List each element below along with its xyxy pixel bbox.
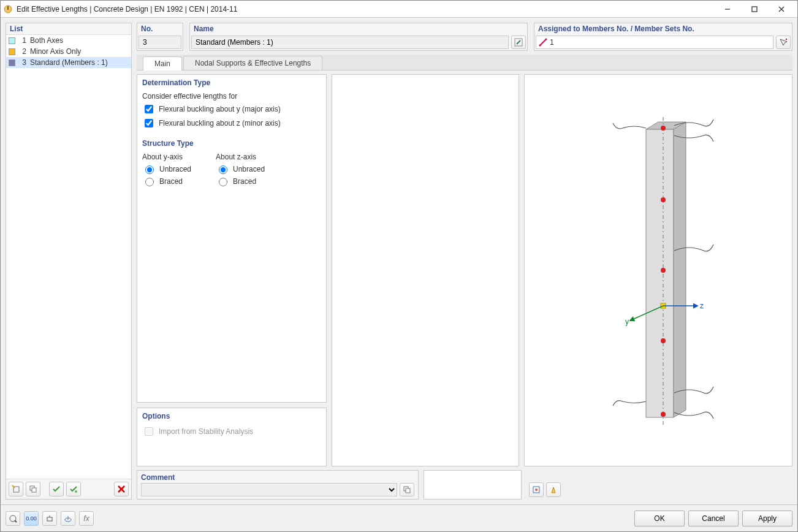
minimize-button[interactable] [714, 1, 741, 17]
color-swatch [9, 59, 15, 66]
comment-heading: Comment [141, 473, 414, 482]
tab-nodal-supports[interactable]: Nodal Supports & Effective Lengths [183, 56, 322, 70]
svg-point-16 [545, 39, 547, 40]
pick-members-button[interactable] [776, 36, 791, 49]
svg-line-36 [15, 520, 17, 522]
checkbox-import-stability[interactable]: Import from Stability Analysis [142, 425, 321, 438]
checkbox-buckling-z[interactable]: Flexural buckling about z (minor axis) [142, 117, 321, 129]
tab-bar: Main Nodal Supports & Effective Lengths [137, 55, 792, 70]
list-num: 1 [19, 36, 26, 45]
svg-line-7 [12, 485, 15, 488]
options-heading: Options [137, 411, 326, 422]
about-z-label: About z-axis [216, 153, 265, 161]
no-field: No. [137, 23, 183, 51]
axis-z-label: z [700, 302, 704, 310]
radio-z-braced[interactable]: Braced [216, 176, 265, 186]
preview-panel: y z [524, 74, 792, 466]
cancel-button[interactable]: Cancel [688, 511, 739, 526]
middle-empty-panel [332, 74, 519, 466]
name-field: Name [189, 23, 528, 51]
comment-library-button[interactable] [400, 483, 414, 496]
check-alt-button[interactable] [66, 482, 81, 496]
check-green-button[interactable] [49, 482, 64, 496]
svg-point-10 [75, 490, 77, 493]
assigned-value: 1 [550, 38, 554, 47]
list-num: 3 [19, 58, 26, 67]
list-row[interactable]: 2 Minor Axis Only [6, 46, 131, 57]
list-num: 2 [19, 47, 26, 56]
svg-rect-32 [406, 488, 410, 493]
list-label: Standard (Members : 1) [30, 58, 108, 67]
delete-item-button[interactable] [114, 482, 129, 496]
window-title: Edit Effective Lengths | Concrete Design… [17, 5, 714, 13]
comment-select[interactable] [141, 483, 397, 496]
list-label: Both Axes [30, 36, 63, 45]
list-row[interactable]: 3 Standard (Members : 1) [6, 57, 131, 68]
comment-panel: Comment [137, 470, 419, 500]
svg-point-26 [661, 338, 666, 343]
checkbox-buckling-y[interactable]: Flexural buckling about y (major axis) [142, 103, 321, 115]
svg-line-14 [540, 39, 546, 45]
svg-point-34 [535, 488, 538, 491]
close-button[interactable] [768, 1, 795, 17]
column-preview-svg: y z [566, 93, 750, 448]
app-icon [3, 4, 13, 14]
options-panel: Options Import from Stability Analysis [137, 408, 327, 466]
titlebar: Edit Effective Lengths | Concrete Design… [1, 1, 797, 18]
name-input[interactable] [191, 36, 509, 49]
svg-marker-21 [674, 122, 686, 417]
structure-y-group: About y-axis Unbraced Braced [142, 153, 191, 188]
svg-point-27 [661, 412, 666, 417]
svg-point-24 [661, 197, 666, 202]
new-item-button[interactable] [9, 482, 23, 496]
footer-tool-help[interactable] [6, 511, 20, 526]
sidebar-toolbar [6, 479, 131, 499]
svg-point-23 [661, 126, 666, 131]
consider-label: Consider effective lengths for [142, 92, 321, 101]
footer-tool-4[interactable] [61, 511, 75, 526]
radio-z-unbraced[interactable]: Unbraced [216, 164, 265, 174]
apply-button[interactable]: Apply [742, 511, 792, 526]
ok-button[interactable]: OK [634, 511, 685, 526]
svg-point-15 [539, 45, 541, 47]
about-y-label: About y-axis [142, 153, 191, 161]
structure-heading: Structure Type [137, 138, 326, 149]
axis-y-label: y [625, 317, 629, 326]
member-icon [539, 38, 547, 47]
tab-main[interactable]: Main [143, 56, 182, 70]
assigned-input[interactable]: 1 [536, 36, 773, 49]
color-swatch [9, 37, 15, 44]
footer-tool-units[interactable]: 0.00 [24, 511, 39, 526]
determination-heading: Determination Type [137, 77, 326, 88]
preview-tool-2[interactable] [546, 482, 561, 497]
list-sidebar: List 1 Both Axes 2 Minor Axis Only 3 Sta… [6, 23, 132, 500]
assigned-label: Assigned to Members No. / Member Sets No… [534, 23, 792, 34]
name-label: Name [190, 23, 527, 34]
list-label: Minor Axis Only [30, 47, 81, 56]
preview-tool-1[interactable] [529, 482, 544, 497]
no-input[interactable] [139, 36, 181, 49]
list-heading: List [6, 23, 131, 35]
radio-y-braced[interactable]: Braced [142, 176, 191, 186]
small-empty-panel [424, 470, 522, 500]
footer: 0.00 fx OK Cancel Apply [1, 504, 797, 531]
footer-tool-5[interactable]: fx [79, 511, 94, 526]
svg-rect-3 [752, 7, 757, 12]
svg-rect-20 [646, 129, 674, 417]
svg-point-25 [661, 268, 666, 273]
edit-name-button[interactable] [511, 36, 526, 49]
svg-rect-9 [32, 488, 36, 492]
no-label: No. [137, 23, 183, 34]
list-items: 1 Both Axes 2 Minor Axis Only 3 Standard… [6, 35, 131, 479]
structure-z-group: About z-axis Unbraced Braced [216, 153, 265, 188]
color-swatch [9, 48, 15, 55]
svg-rect-1 [7, 6, 9, 10]
footer-tool-3[interactable] [42, 511, 57, 526]
copy-item-button[interactable] [26, 482, 40, 496]
radio-y-unbraced[interactable]: Unbraced [142, 164, 191, 174]
svg-rect-37 [47, 517, 52, 521]
assigned-field: Assigned to Members No. / Member Sets No… [534, 23, 792, 51]
maximize-button[interactable] [741, 1, 768, 17]
list-row[interactable]: 1 Both Axes [6, 35, 131, 46]
determination-panel: Determination Type Consider effective le… [137, 74, 327, 403]
